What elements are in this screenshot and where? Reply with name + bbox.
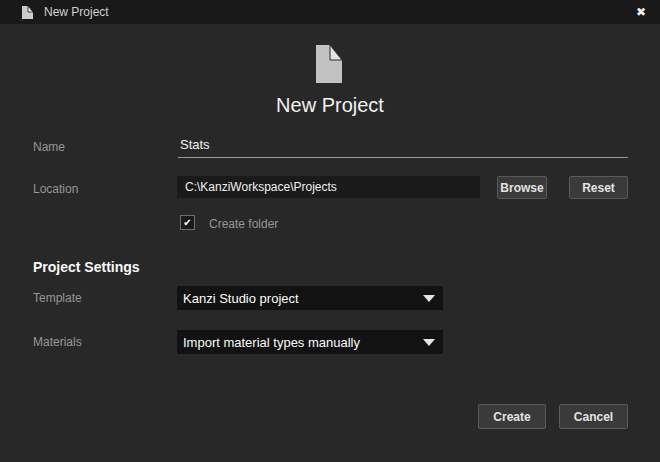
create-button[interactable]: Create xyxy=(478,404,546,429)
check-icon: ✔ xyxy=(183,217,191,228)
name-label: Name xyxy=(33,140,65,154)
cancel-button[interactable]: Cancel xyxy=(559,404,628,429)
document-icon xyxy=(22,6,33,19)
template-dropdown[interactable]: Kanzi Studio project xyxy=(177,286,443,310)
create-folder-checkbox[interactable]: ✔ xyxy=(180,215,195,230)
reset-button[interactable]: Reset xyxy=(569,176,628,199)
chevron-down-icon xyxy=(423,295,435,302)
materials-dropdown-value: Import material types manually xyxy=(183,335,423,350)
project-settings-heading: Project Settings xyxy=(33,259,140,275)
title-bar: New Project ✖ xyxy=(0,0,660,24)
location-input[interactable] xyxy=(177,176,480,198)
new-project-dialog: New Project ✖ New Project Name Location … xyxy=(0,0,660,462)
browse-button[interactable]: Browse xyxy=(497,176,547,199)
template-label: Template xyxy=(33,291,82,305)
materials-dropdown[interactable]: Import material types manually xyxy=(177,330,443,354)
materials-label: Materials xyxy=(33,335,82,349)
window-title: New Project xyxy=(44,5,109,19)
template-dropdown-value: Kanzi Studio project xyxy=(183,291,423,306)
create-folder-label[interactable]: Create folder xyxy=(209,217,278,231)
location-label: Location xyxy=(33,182,78,196)
page-title: New Project xyxy=(0,94,660,117)
chevron-down-icon xyxy=(423,339,435,346)
close-icon[interactable]: ✖ xyxy=(628,0,654,24)
name-input[interactable] xyxy=(178,134,628,158)
new-project-document-icon xyxy=(316,45,342,87)
